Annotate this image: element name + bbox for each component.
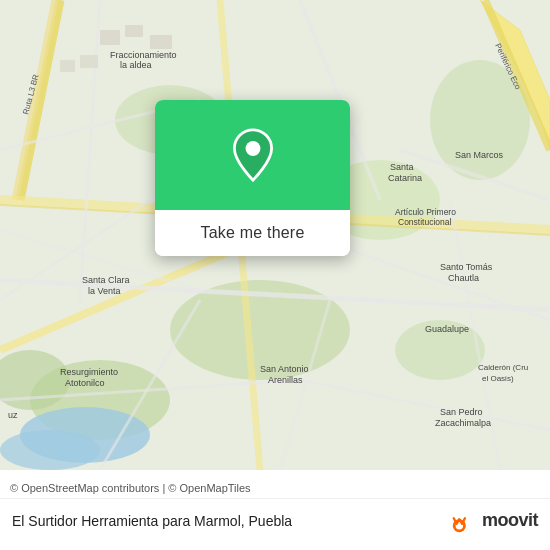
svg-text:Resurgimiento: Resurgimiento — [60, 367, 118, 377]
svg-text:Guadalupe: Guadalupe — [425, 324, 469, 334]
location-pin-icon — [231, 128, 275, 182]
svg-text:uz: uz — [8, 410, 18, 420]
svg-text:Catarina: Catarina — [388, 173, 422, 183]
svg-point-9 — [0, 430, 100, 470]
svg-text:Santo Tomás: Santo Tomás — [440, 262, 493, 272]
svg-rect-31 — [125, 25, 143, 37]
moovit-logo: moovit — [450, 507, 538, 535]
svg-text:San Antonio: San Antonio — [260, 364, 309, 374]
svg-text:el Oasis): el Oasis) — [482, 374, 514, 383]
popup-card: Take me there — [155, 100, 350, 256]
svg-text:Constitucional: Constitucional — [398, 217, 452, 227]
svg-text:Atotonilco: Atotonilco — [65, 378, 105, 388]
moovit-brand-text: moovit — [482, 510, 538, 531]
svg-text:Santa Clara: Santa Clara — [82, 275, 130, 285]
svg-rect-34 — [80, 55, 98, 68]
location-bar: El Surtidor Herramienta para Marmol, Pue… — [0, 499, 550, 543]
map-container[interactable]: Fraccionamiento la aldea Ruta L3 BR Peri… — [0, 0, 550, 470]
svg-text:Santa: Santa — [390, 162, 414, 172]
svg-text:San Pedro: San Pedro — [440, 407, 483, 417]
attribution-text: © OpenStreetMap contributors | © OpenMap… — [10, 482, 251, 494]
svg-text:Zacachimalpa: Zacachimalpa — [435, 418, 491, 428]
svg-text:Calderón (Cru: Calderón (Cru — [478, 363, 528, 372]
attribution-bar: © OpenStreetMap contributors | © OpenMap… — [0, 478, 550, 499]
svg-text:la Venta: la Venta — [88, 286, 121, 296]
svg-rect-33 — [60, 60, 75, 72]
svg-text:la aldea: la aldea — [120, 60, 152, 70]
svg-rect-30 — [100, 30, 120, 45]
svg-point-58 — [245, 141, 260, 156]
bottom-bar: © OpenStreetMap contributors | © OpenMap… — [0, 470, 550, 550]
location-name: El Surtidor Herramienta para Marmol, Pue… — [12, 513, 440, 529]
svg-text:Fraccionamiento: Fraccionamiento — [110, 50, 177, 60]
moovit-icon — [450, 507, 478, 535]
svg-rect-32 — [150, 35, 172, 49]
svg-text:Arenillas: Arenillas — [268, 375, 303, 385]
take-me-there-button[interactable]: Take me there — [155, 210, 350, 256]
svg-text:San Marcos: San Marcos — [455, 150, 504, 160]
svg-text:Artículo Primero: Artículo Primero — [395, 207, 456, 217]
popup-green-area — [155, 100, 350, 210]
svg-text:Chautla: Chautla — [448, 273, 479, 283]
